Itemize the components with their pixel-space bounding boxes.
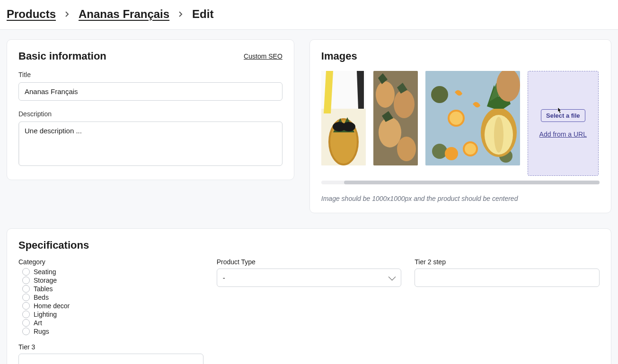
chevron-right-icon [178,9,184,19]
svg-point-12 [379,117,401,147]
description-textarea[interactable] [18,121,283,166]
category-radio[interactable] [22,319,30,327]
title-label: Title [18,71,283,78]
category-option: Rugs [34,328,49,335]
category-radio[interactable] [22,277,30,284]
svg-point-13 [397,137,416,161]
images-scrollbar[interactable] [321,181,600,184]
svg-rect-8 [343,126,346,128]
category-radio[interactable] [22,268,30,276]
category-option: Home decor [34,302,70,310]
custom-seo-link[interactable]: Custom SEO [244,52,283,60]
breadcrumb-current: Edit [192,8,213,21]
svg-point-25 [494,117,503,153]
basic-info-heading: Basic information [18,50,106,62]
svg-point-21 [465,143,476,155]
specifications-card: Specifications Category Seating Storage … [7,228,611,364]
tier2-input[interactable] [415,269,600,287]
category-label: Category [18,258,45,266]
images-card: Images [309,39,611,213]
breadcrumb: Products Ananas Français Edit [0,0,618,30]
category-radio[interactable] [22,285,30,293]
category-option: Beds [34,294,49,301]
svg-point-10 [376,81,395,108]
image-hint-text: Image should be 1000x1000px and the prod… [321,195,600,202]
category-option: Seating [34,268,56,276]
chevron-right-icon [64,9,70,19]
breadcrumb-product-link[interactable]: Ananas Français [79,8,169,21]
title-input[interactable] [18,82,283,101]
tier2-label: Tier 2 step [415,258,446,266]
images-heading: Images [321,50,600,62]
svg-point-22 [445,147,458,160]
product-image-thumb[interactable] [425,71,520,165]
tier3-input[interactable] [18,354,203,364]
add-from-url-link[interactable]: Add from a URL [539,130,587,138]
product-type-label: Product Type [217,258,256,266]
category-radio[interactable] [22,294,30,301]
svg-point-16 [432,144,447,159]
specs-heading: Specifications [18,239,600,251]
description-label: Description [18,110,283,118]
category-option: Storage [34,277,57,284]
category-radio[interactable] [22,302,30,310]
category-radio[interactable] [22,328,30,335]
category-radio[interactable] [22,311,30,318]
svg-point-19 [450,112,463,125]
category-option: Art [34,319,42,327]
breadcrumb-root-link[interactable]: Products [7,8,56,21]
tier3-label: Tier 3 [18,343,35,351]
svg-point-11 [394,90,415,118]
product-image-thumb[interactable] [373,71,418,165]
select-file-button[interactable]: Select a file [541,109,585,122]
product-type-select[interactable]: - [217,269,402,287]
svg-point-15 [431,86,448,103]
product-image-thumb[interactable] [321,71,366,165]
basic-info-card: Basic information Custom SEO Title Descr… [7,39,294,180]
category-option: Lighting [34,311,57,318]
image-upload-zone[interactable]: Select a file Add from a URL [528,71,599,176]
category-option: Tables [34,285,53,293]
